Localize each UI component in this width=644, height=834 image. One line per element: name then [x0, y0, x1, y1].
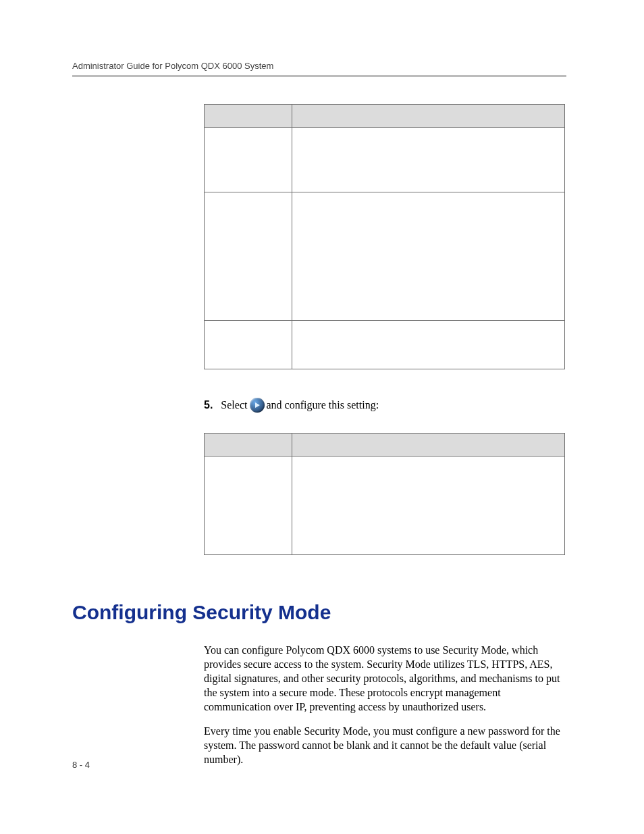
page-number: 8 - 4: [72, 760, 90, 770]
header-rule: [72, 75, 566, 77]
step-text-before: Select: [221, 398, 247, 413]
svg-marker-0: [255, 402, 260, 408]
step-instruction: 5. Select and configure this setting:: [204, 398, 565, 413]
step-number: 5.: [204, 398, 213, 413]
settings-table-2: [204, 433, 565, 555]
table-row: [205, 457, 565, 555]
table-row: [205, 192, 565, 321]
running-header: Administrator Guide for Polycom QDX 6000…: [72, 61, 566, 71]
table-header-cell: [205, 105, 292, 128]
section-heading: Configuring Security Mode: [72, 601, 566, 624]
body-paragraph: You can configure Polycom QDX 6000 syste…: [204, 643, 565, 714]
next-arrow-icon: [250, 398, 265, 413]
settings-table-1: [204, 104, 565, 369]
step-text-after: and configure this setting:: [266, 398, 379, 413]
table-header-cell: [292, 434, 565, 457]
table-header-cell: [292, 105, 565, 128]
table-row: [205, 128, 565, 192]
table-row: [205, 321, 565, 369]
body-paragraph: Every time you enable Security Mode, you…: [204, 724, 565, 766]
table-header-cell: [205, 434, 292, 457]
